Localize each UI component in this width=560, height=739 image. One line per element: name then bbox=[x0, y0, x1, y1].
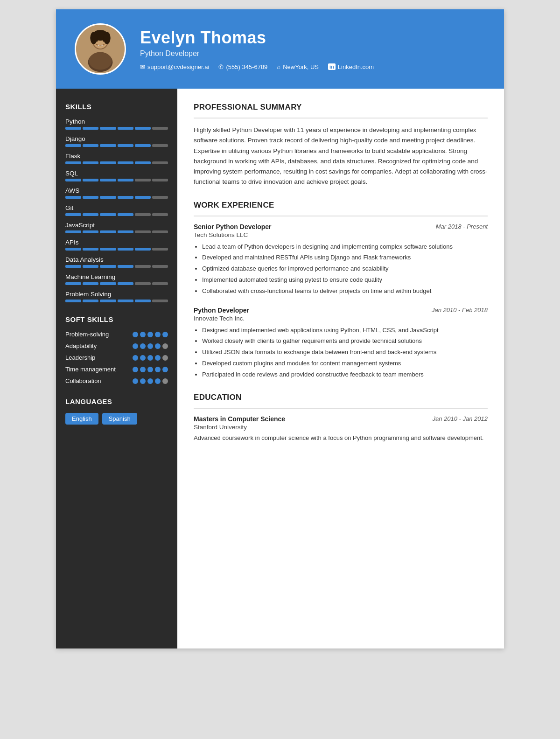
skill-bar bbox=[65, 265, 168, 268]
skill-bar bbox=[65, 196, 168, 199]
language-tag: Spanish bbox=[102, 413, 137, 425]
skill-segment bbox=[135, 282, 151, 285]
skill-segment bbox=[152, 196, 168, 199]
candidate-name: Evelyn Thomas bbox=[140, 28, 485, 48]
skill-dot bbox=[140, 378, 146, 384]
skill-segment bbox=[152, 300, 168, 302]
skill-segment bbox=[65, 179, 81, 181]
contact-linkedin: in LinkedIn.com bbox=[328, 63, 374, 70]
skill-dot bbox=[155, 332, 161, 337]
skill-dot bbox=[162, 378, 168, 384]
skill-dot bbox=[140, 355, 146, 361]
skill-segment bbox=[65, 196, 81, 199]
skill-dot bbox=[147, 355, 153, 361]
skill-item: Problem Solving bbox=[65, 291, 168, 302]
skill-segment bbox=[100, 282, 116, 285]
soft-skill-item: Time management bbox=[65, 366, 168, 373]
edu-description: Advanced coursework in computer science … bbox=[194, 433, 488, 443]
skill-segment bbox=[65, 213, 81, 216]
skill-segment bbox=[135, 179, 151, 181]
skill-dot bbox=[133, 343, 138, 349]
skill-segment bbox=[152, 230, 168, 233]
skill-segment bbox=[152, 161, 168, 164]
skill-dot bbox=[162, 332, 168, 337]
skill-segment bbox=[83, 248, 98, 251]
education-divider bbox=[194, 408, 488, 409]
skill-dots bbox=[133, 343, 168, 349]
skill-segment bbox=[118, 282, 133, 285]
skill-segment bbox=[152, 127, 168, 130]
skill-segment bbox=[152, 248, 168, 251]
skill-item: Git bbox=[65, 204, 168, 216]
job-block: Senior Python Developer Mar 2018 - Prese… bbox=[194, 223, 488, 296]
skill-segment bbox=[65, 300, 81, 302]
body: SKILLS PythonDjangoFlaskSQLAWSGitJavaScr… bbox=[56, 89, 504, 648]
skill-segment bbox=[83, 300, 98, 302]
job-header: Python Developer Jan 2010 - Feb 2018 bbox=[194, 307, 488, 314]
skill-segment bbox=[100, 213, 116, 216]
svg-point-4 bbox=[89, 52, 112, 70]
svg-point-8 bbox=[96, 40, 98, 42]
skill-segment bbox=[83, 161, 98, 164]
skill-name: Git bbox=[65, 204, 168, 211]
skill-item: SQL bbox=[65, 170, 168, 181]
skill-bar bbox=[65, 179, 168, 181]
skill-segment bbox=[100, 248, 116, 251]
skill-dot bbox=[162, 355, 168, 361]
soft-skill-item: Leadership bbox=[65, 354, 168, 361]
soft-skill-name: Collaboration bbox=[65, 377, 133, 384]
skill-dots bbox=[133, 355, 168, 361]
skill-dot bbox=[147, 367, 153, 372]
header-info: Evelyn Thomas Python Developer ✉ support… bbox=[140, 28, 485, 70]
skill-segment bbox=[65, 282, 81, 285]
skill-segment bbox=[100, 300, 116, 302]
skill-bar bbox=[65, 144, 168, 147]
skills-section-title: SKILLS bbox=[65, 103, 168, 111]
skill-segment bbox=[152, 144, 168, 147]
skill-segment bbox=[83, 127, 98, 130]
skill-segment bbox=[135, 127, 151, 130]
skill-item: Python bbox=[65, 118, 168, 130]
soft-skills-list: Problem-solvingAdaptabilityLeadershipTim… bbox=[65, 331, 168, 384]
skill-dot bbox=[140, 367, 146, 372]
skill-name: SQL bbox=[65, 170, 168, 177]
skill-segment bbox=[65, 161, 81, 164]
skill-segment bbox=[65, 144, 81, 147]
experience-title: WORK EXPERIENCE bbox=[194, 201, 488, 210]
skill-dot bbox=[162, 343, 168, 349]
skill-segment bbox=[100, 179, 116, 181]
skill-segment bbox=[65, 265, 81, 268]
resume-wrapper: Evelyn Thomas Python Developer ✉ support… bbox=[56, 9, 504, 648]
skill-item: Data Analysis bbox=[65, 256, 168, 268]
soft-skill-name: Leadership bbox=[65, 354, 133, 361]
education-block: Masters in Computer Science Jan 2010 - J… bbox=[194, 415, 488, 443]
skill-dot bbox=[133, 367, 138, 372]
skill-bar bbox=[65, 300, 168, 302]
job-block: Python Developer Jan 2010 - Feb 2018 Inn… bbox=[194, 307, 488, 380]
job-title: Senior Python Developer bbox=[194, 223, 271, 230]
skill-segment bbox=[118, 230, 133, 233]
skill-segment bbox=[65, 248, 81, 251]
skill-segment bbox=[83, 282, 98, 285]
contact-email: ✉ support@cvdesigner.ai bbox=[140, 63, 209, 70]
contact-phone: ✆ (555) 345-6789 bbox=[218, 63, 267, 70]
skill-bar bbox=[65, 161, 168, 164]
skill-dot bbox=[155, 355, 161, 361]
skill-segment bbox=[83, 179, 98, 181]
skill-bar bbox=[65, 213, 168, 216]
edu-header: Masters in Computer Science Jan 2010 - J… bbox=[194, 415, 488, 423]
skill-dot bbox=[155, 343, 161, 349]
skill-dot bbox=[140, 332, 146, 337]
skill-item: APIs bbox=[65, 239, 168, 251]
job-company: Innovate Tech Inc. bbox=[194, 315, 488, 322]
contact-location: ⌂ NewYork, US bbox=[277, 63, 319, 70]
job-bullet: Worked closely with clients to gather re… bbox=[202, 336, 488, 346]
skill-segment bbox=[152, 213, 168, 216]
skill-segment bbox=[135, 300, 151, 302]
skill-segment bbox=[152, 265, 168, 268]
education-title: EDUCATION bbox=[194, 393, 488, 402]
main-content: PROFESSIONAL SUMMARY Highly skilled Pyth… bbox=[177, 89, 504, 648]
svg-point-6 bbox=[90, 32, 97, 44]
summary-title: PROFESSIONAL SUMMARY bbox=[194, 103, 488, 112]
skill-segment bbox=[152, 179, 168, 181]
